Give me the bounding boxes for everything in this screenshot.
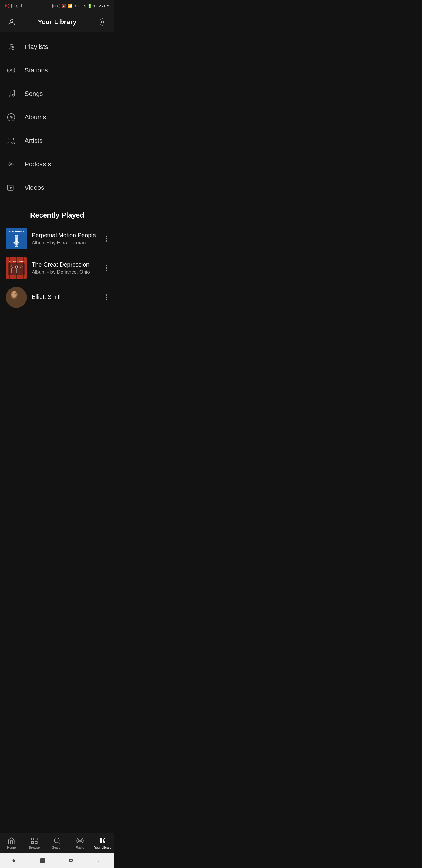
- stations-label: Stations: [25, 67, 48, 74]
- mute-icon: 🔇: [61, 3, 66, 8]
- android-circle-btn[interactable]: ●: [12, 857, 15, 864]
- videos-label: Videos: [25, 184, 44, 191]
- svg-point-40: [15, 293, 16, 294]
- bottom-nav-radio[interactable]: Radio: [71, 837, 89, 849]
- recent-sub-ezra: Album • by Ezra Furman: [32, 240, 100, 246]
- nav-item-podcasts[interactable]: Podcasts: [0, 153, 114, 176]
- search-icon: [53, 837, 61, 844]
- android-nav-bar: ● ⬛ ←: [0, 853, 114, 868]
- recent-item-smith[interactable]: Elliott Smith: [0, 283, 114, 312]
- dot2: [106, 297, 107, 298]
- recent-name-ezra: Perpetual Motion People: [32, 232, 100, 239]
- svg-point-38: [11, 291, 17, 298]
- svg-point-47: [79, 840, 80, 841]
- android-recents-btn[interactable]: ⬛: [39, 858, 45, 863]
- bottom-nav-library[interactable]: Your Library: [94, 837, 112, 849]
- svg-line-51: [103, 839, 105, 840]
- svg-line-46: [59, 842, 60, 844]
- person-icon: [8, 18, 16, 26]
- svg-point-18: [15, 235, 18, 239]
- album-art-smith: [6, 287, 27, 308]
- recently-played-title: Recently Played: [0, 202, 114, 224]
- battery-text: 39%: [78, 4, 86, 8]
- nav-item-stations[interactable]: Stations: [0, 59, 114, 82]
- browse-icon: [30, 837, 38, 844]
- browse-label: Browse: [29, 846, 40, 849]
- svg-line-53: [103, 842, 105, 843]
- nav-item-videos[interactable]: Videos: [0, 176, 114, 199]
- library-nav: Playlists Stations Songs: [0, 32, 114, 202]
- music-note-icon: [6, 89, 17, 99]
- svg-point-1: [101, 21, 103, 23]
- podcasts-label: Podcasts: [25, 160, 51, 168]
- svg-line-50: [103, 838, 105, 839]
- nav-item-albums[interactable]: Albums: [0, 105, 114, 129]
- dot3: [106, 241, 107, 242]
- notification-icon: 🚫: [5, 3, 10, 8]
- svg-point-3: [12, 47, 14, 50]
- nfc-icon: NFC: [53, 4, 60, 8]
- recent-info-depression: The Great Depression Album • by Defiance…: [32, 261, 100, 275]
- nav-item-songs[interactable]: Songs: [0, 82, 114, 105]
- svg-point-6: [12, 94, 15, 96]
- svg-rect-44: [35, 841, 37, 844]
- bottom-nav-home[interactable]: Home: [3, 837, 20, 849]
- nav-item-playlists[interactable]: Playlists: [0, 35, 114, 59]
- dot2: [106, 238, 107, 239]
- more-options-depression[interactable]: [105, 263, 108, 273]
- download-icon: ⬇: [20, 3, 23, 8]
- svg-marker-14: [10, 186, 12, 189]
- svg-point-0: [10, 19, 13, 22]
- recently-played-list: EZRA FURMAN Perpetual Motion People Albu…: [0, 224, 114, 312]
- dot3: [106, 299, 107, 300]
- svg-point-4: [10, 70, 12, 71]
- svg-point-2: [8, 48, 10, 51]
- dot1: [106, 236, 107, 237]
- music-notes-icon: [6, 42, 17, 52]
- search-label: Search: [52, 846, 62, 849]
- playlists-label: Playlists: [25, 43, 48, 51]
- settings-button[interactable]: [97, 16, 108, 28]
- recent-item-depression[interactable]: DEFIANCE, OHIO The Great Depression Albu…: [0, 253, 114, 283]
- battery-icon: 🔋: [87, 3, 92, 8]
- status-left-icons: 🚫 HD ⬇: [5, 3, 23, 8]
- svg-text:EZRA FURMAN: EZRA FURMAN: [9, 230, 24, 232]
- page-title: Your Library: [38, 18, 76, 26]
- recent-info-smith: Elliott Smith: [32, 293, 100, 302]
- dot2: [106, 268, 107, 269]
- svg-point-10: [9, 138, 11, 140]
- recent-item-ezra[interactable]: EZRA FURMAN Perpetual Motion People Albu…: [0, 224, 114, 253]
- bottom-nav: Home Browse Search Radio: [0, 833, 114, 853]
- time: 12:26 PM: [93, 4, 109, 8]
- library-icon: [99, 837, 107, 844]
- more-options-ezra[interactable]: [105, 234, 108, 244]
- artists-icon: [6, 135, 17, 146]
- svg-point-5: [8, 95, 10, 97]
- video-icon: [6, 182, 17, 193]
- artists-label: Artists: [25, 137, 42, 145]
- radio-icon: [6, 65, 17, 76]
- bottom-nav-search[interactable]: Search: [48, 837, 66, 849]
- svg-rect-41: [31, 838, 34, 840]
- home-icon: [8, 837, 15, 844]
- wifi-icon: 📶: [67, 3, 72, 8]
- svg-point-9: [11, 117, 12, 118]
- nav-item-artists[interactable]: Artists: [0, 129, 114, 153]
- dot3: [106, 270, 107, 271]
- recent-name-depression: The Great Depression: [32, 261, 100, 268]
- albums-label: Albums: [25, 114, 46, 121]
- album-art-ezra: EZRA FURMAN: [6, 228, 27, 249]
- android-square-btn[interactable]: [69, 859, 73, 862]
- hd-icon: HD: [11, 4, 18, 8]
- dot1: [106, 294, 107, 296]
- svg-point-39: [12, 293, 13, 294]
- android-back-btn[interactable]: ←: [96, 857, 102, 864]
- status-bar: 🚫 HD ⬇ NFC 🔇 📶 ✈ 39% 🔋 12:26 PM: [0, 0, 114, 12]
- profile-button[interactable]: [6, 16, 18, 28]
- bottom-nav-browse[interactable]: Browse: [26, 837, 43, 849]
- more-options-smith[interactable]: [105, 292, 108, 303]
- recent-info-ezra: Perpetual Motion People Album • by Ezra …: [32, 232, 100, 246]
- album-art-depression: DEFIANCE, OHIO: [6, 257, 27, 279]
- svg-rect-43: [31, 841, 34, 844]
- radio-nav-icon: [76, 837, 84, 844]
